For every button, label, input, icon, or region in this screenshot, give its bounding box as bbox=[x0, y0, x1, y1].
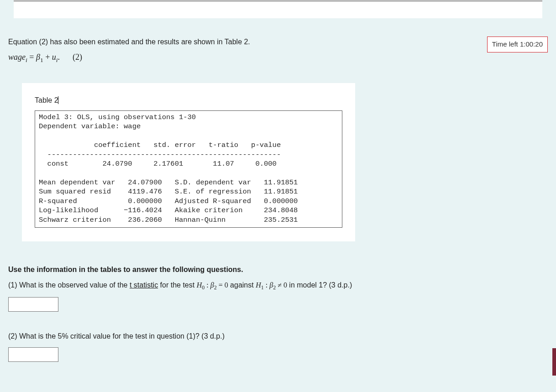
header-blank-box bbox=[14, 0, 542, 18]
equation-2: wagei = β1 + ui.(2) bbox=[8, 51, 548, 65]
table-caption: Table 2 bbox=[35, 95, 342, 106]
question-1-text: (1) What is the observed value of the t … bbox=[8, 280, 548, 292]
regression-output: Model 3: OLS, using observations 1-30 De… bbox=[35, 110, 342, 228]
answer-input-2[interactable] bbox=[8, 347, 58, 362]
question-2: (2) What is the 5% critical value for th… bbox=[8, 331, 548, 362]
time-left-box: Time left 1:00:20 bbox=[487, 37, 548, 52]
question-2-text: (2) What is the 5% critical value for th… bbox=[8, 331, 548, 342]
stats-row-1: Mean dependent var 24.07900 S.D. depende… bbox=[39, 178, 298, 187]
table-2-block: Table 2 Model 3: OLS, using observations… bbox=[22, 83, 355, 241]
t-statistic-link[interactable]: t statistic bbox=[130, 281, 158, 289]
depvar-line: Dependent variable: wage bbox=[39, 122, 141, 131]
divider-line: ----------------------------------------… bbox=[39, 151, 281, 159]
col-headers: coefficient std. error t-ratio p-value bbox=[39, 141, 281, 149]
stats-row-2: Sum squared resid 4119.476 S.E. of regre… bbox=[39, 188, 298, 196]
intro-text: Equation (2) has also been estimated and… bbox=[8, 37, 548, 47]
time-left-label: Time left 1:00:20 bbox=[492, 40, 543, 48]
stats-row-5: Schwarz criterion 236.2060 Hannan-Quinn … bbox=[39, 216, 298, 224]
side-tab[interactable] bbox=[552, 348, 556, 376]
stats-row-3: R-squared 0.000000 Adjusted R-squared 0.… bbox=[39, 197, 298, 205]
stats-row-4: Log-likelihood −116.4024 Akaike criterio… bbox=[39, 206, 298, 214]
question-1: (1) What is the observed value of the t … bbox=[8, 280, 548, 312]
questions-heading: Use the information in the tables to ans… bbox=[8, 264, 548, 275]
const-row: const 24.0790 2.17601 11.07 0.000 bbox=[39, 160, 277, 168]
answer-input-1[interactable] bbox=[8, 297, 58, 312]
model-line: Model 3: OLS, using observations 1-30 bbox=[39, 113, 196, 121]
